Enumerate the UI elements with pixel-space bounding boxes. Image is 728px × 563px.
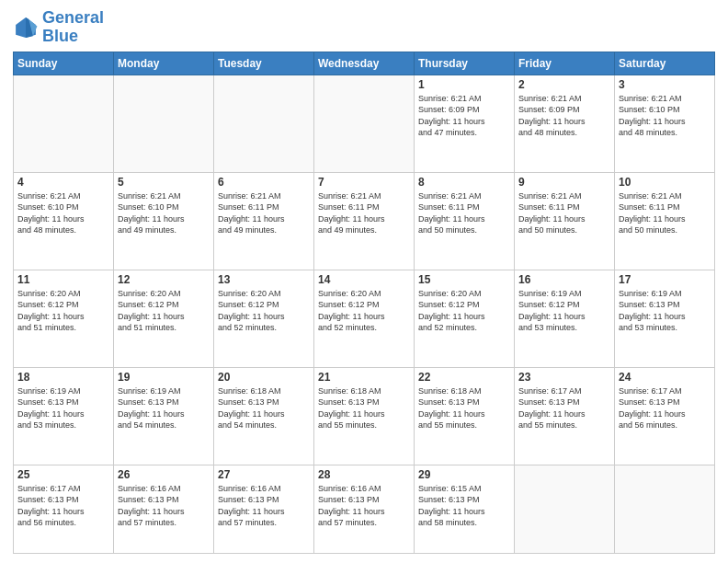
day-number: 18: [17, 371, 109, 384]
calendar-cell-0-2: [214, 75, 314, 172]
calendar-cell-3-2: 20Sunrise: 6:18 AM Sunset: 6:13 PM Dayli…: [214, 367, 314, 465]
day-info: Sunrise: 6:19 AM Sunset: 6:13 PM Dayligh…: [17, 385, 109, 431]
calendar-cell-1-3: 7Sunrise: 6:21 AM Sunset: 6:11 PM Daylig…: [314, 172, 415, 270]
day-info: Sunrise: 6:18 AM Sunset: 6:13 PM Dayligh…: [418, 385, 510, 431]
page: General Blue SundayMondayTuesdayWednesda…: [0, 0, 728, 563]
calendar-cell-0-3: [314, 75, 415, 172]
day-number: 16: [518, 273, 610, 286]
day-info: Sunrise: 6:21 AM Sunset: 6:09 PM Dayligh…: [418, 93, 510, 139]
calendar-cell-4-6: [615, 465, 715, 553]
calendar-cell-1-5: 9Sunrise: 6:21 AM Sunset: 6:11 PM Daylig…: [515, 172, 615, 270]
day-number: 29: [418, 468, 510, 481]
calendar-cell-1-1: 5Sunrise: 6:21 AM Sunset: 6:10 PM Daylig…: [114, 172, 214, 270]
calendar-cell-2-0: 11Sunrise: 6:20 AM Sunset: 6:12 PM Dayli…: [14, 270, 114, 367]
day-info: Sunrise: 6:19 AM Sunset: 6:12 PM Dayligh…: [518, 288, 610, 334]
calendar-cell-0-5: 2Sunrise: 6:21 AM Sunset: 6:09 PM Daylig…: [515, 75, 615, 172]
day-number: 19: [118, 371, 210, 384]
day-info: Sunrise: 6:15 AM Sunset: 6:13 PM Dayligh…: [418, 483, 510, 529]
week-row-0: 1Sunrise: 6:21 AM Sunset: 6:09 PM Daylig…: [14, 75, 715, 172]
calendar-cell-0-1: [114, 75, 214, 172]
day-number: 2: [518, 78, 610, 91]
day-number: 21: [318, 371, 410, 384]
day-number: 6: [218, 176, 310, 189]
day-info: Sunrise: 6:20 AM Sunset: 6:12 PM Dayligh…: [17, 288, 109, 334]
day-info: Sunrise: 6:16 AM Sunset: 6:13 PM Dayligh…: [218, 483, 310, 529]
week-row-1: 4Sunrise: 6:21 AM Sunset: 6:10 PM Daylig…: [14, 172, 715, 270]
calendar-cell-1-2: 6Sunrise: 6:21 AM Sunset: 6:11 PM Daylig…: [214, 172, 314, 270]
calendar-cell-0-6: 3Sunrise: 6:21 AM Sunset: 6:10 PM Daylig…: [615, 75, 715, 172]
day-info: Sunrise: 6:17 AM Sunset: 6:13 PM Dayligh…: [17, 483, 109, 529]
day-info: Sunrise: 6:16 AM Sunset: 6:13 PM Dayligh…: [118, 483, 210, 529]
weekday-header-sunday: Sunday: [14, 52, 114, 75]
day-info: Sunrise: 6:19 AM Sunset: 6:13 PM Dayligh…: [619, 288, 711, 334]
weekday-header-friday: Friday: [515, 52, 615, 75]
week-row-3: 18Sunrise: 6:19 AM Sunset: 6:13 PM Dayli…: [14, 367, 715, 465]
weekday-header-monday: Monday: [114, 52, 214, 75]
calendar-cell-4-4: 29Sunrise: 6:15 AM Sunset: 6:13 PM Dayli…: [415, 465, 515, 553]
day-number: 7: [318, 176, 410, 189]
day-number: 23: [518, 371, 610, 384]
day-number: 3: [619, 78, 711, 91]
calendar-cell-1-0: 4Sunrise: 6:21 AM Sunset: 6:10 PM Daylig…: [14, 172, 114, 270]
calendar-cell-3-4: 22Sunrise: 6:18 AM Sunset: 6:13 PM Dayli…: [415, 367, 515, 465]
calendar-cell-3-3: 21Sunrise: 6:18 AM Sunset: 6:13 PM Dayli…: [314, 367, 415, 465]
day-info: Sunrise: 6:20 AM Sunset: 6:12 PM Dayligh…: [218, 288, 310, 334]
weekday-header-tuesday: Tuesday: [214, 52, 314, 75]
day-number: 4: [17, 176, 109, 189]
day-number: 9: [518, 176, 610, 189]
calendar-cell-4-1: 26Sunrise: 6:16 AM Sunset: 6:13 PM Dayli…: [114, 465, 214, 553]
day-info: Sunrise: 6:20 AM Sunset: 6:12 PM Dayligh…: [418, 288, 510, 334]
day-info: Sunrise: 6:18 AM Sunset: 6:13 PM Dayligh…: [318, 385, 410, 431]
day-info: Sunrise: 6:17 AM Sunset: 6:13 PM Dayligh…: [619, 385, 711, 431]
calendar-cell-2-5: 16Sunrise: 6:19 AM Sunset: 6:12 PM Dayli…: [515, 270, 615, 367]
calendar-table: SundayMondayTuesdayWednesdayThursdayFrid…: [13, 52, 715, 554]
day-number: 10: [619, 176, 711, 189]
week-row-4: 25Sunrise: 6:17 AM Sunset: 6:13 PM Dayli…: [14, 465, 715, 553]
calendar-cell-0-0: [14, 75, 114, 172]
day-info: Sunrise: 6:21 AM Sunset: 6:09 PM Dayligh…: [518, 93, 610, 139]
weekday-header-thursday: Thursday: [415, 52, 515, 75]
calendar-cell-2-2: 13Sunrise: 6:20 AM Sunset: 6:12 PM Dayli…: [214, 270, 314, 367]
day-number: 25: [17, 468, 109, 481]
calendar-cell-4-5: [515, 465, 615, 553]
day-number: 15: [418, 273, 510, 286]
calendar-cell-3-5: 23Sunrise: 6:17 AM Sunset: 6:13 PM Dayli…: [515, 367, 615, 465]
day-info: Sunrise: 6:21 AM Sunset: 6:11 PM Dayligh…: [619, 190, 711, 236]
calendar-cell-2-6: 17Sunrise: 6:19 AM Sunset: 6:13 PM Dayli…: [615, 270, 715, 367]
day-info: Sunrise: 6:20 AM Sunset: 6:12 PM Dayligh…: [118, 288, 210, 334]
day-number: 22: [418, 371, 510, 384]
calendar-cell-2-3: 14Sunrise: 6:20 AM Sunset: 6:12 PM Dayli…: [314, 270, 415, 367]
logo-icon: [13, 15, 39, 40]
day-info: Sunrise: 6:21 AM Sunset: 6:10 PM Dayligh…: [17, 190, 109, 236]
calendar-cell-4-3: 28Sunrise: 6:16 AM Sunset: 6:13 PM Dayli…: [314, 465, 415, 553]
logo-text: General Blue: [42, 9, 104, 46]
day-info: Sunrise: 6:16 AM Sunset: 6:13 PM Dayligh…: [318, 483, 410, 529]
calendar-cell-4-2: 27Sunrise: 6:16 AM Sunset: 6:13 PM Dayli…: [214, 465, 314, 553]
day-info: Sunrise: 6:21 AM Sunset: 6:10 PM Dayligh…: [118, 190, 210, 236]
day-number: 11: [17, 273, 109, 286]
day-info: Sunrise: 6:19 AM Sunset: 6:13 PM Dayligh…: [118, 385, 210, 431]
day-number: 5: [118, 176, 210, 189]
day-number: 13: [218, 273, 310, 286]
calendar-cell-3-6: 24Sunrise: 6:17 AM Sunset: 6:13 PM Dayli…: [615, 367, 715, 465]
day-number: 20: [218, 371, 310, 384]
day-number: 17: [619, 273, 711, 286]
day-info: Sunrise: 6:21 AM Sunset: 6:11 PM Dayligh…: [218, 190, 310, 236]
calendar-cell-2-4: 15Sunrise: 6:20 AM Sunset: 6:12 PM Dayli…: [415, 270, 515, 367]
calendar-cell-1-4: 8Sunrise: 6:21 AM Sunset: 6:11 PM Daylig…: [415, 172, 515, 270]
day-info: Sunrise: 6:20 AM Sunset: 6:12 PM Dayligh…: [318, 288, 410, 334]
day-number: 24: [619, 371, 711, 384]
day-number: 26: [118, 468, 210, 481]
day-number: 14: [318, 273, 410, 286]
day-info: Sunrise: 6:21 AM Sunset: 6:11 PM Dayligh…: [518, 190, 610, 236]
day-info: Sunrise: 6:17 AM Sunset: 6:13 PM Dayligh…: [518, 385, 610, 431]
day-number: 27: [218, 468, 310, 481]
day-number: 12: [118, 273, 210, 286]
calendar-cell-3-0: 18Sunrise: 6:19 AM Sunset: 6:13 PM Dayli…: [14, 367, 114, 465]
weekday-header-saturday: Saturday: [615, 52, 715, 75]
day-info: Sunrise: 6:21 AM Sunset: 6:11 PM Dayligh…: [318, 190, 410, 236]
day-info: Sunrise: 6:18 AM Sunset: 6:13 PM Dayligh…: [218, 385, 310, 431]
calendar-cell-2-1: 12Sunrise: 6:20 AM Sunset: 6:12 PM Dayli…: [114, 270, 214, 367]
calendar-cell-1-6: 10Sunrise: 6:21 AM Sunset: 6:11 PM Dayli…: [615, 172, 715, 270]
calendar-cell-3-1: 19Sunrise: 6:19 AM Sunset: 6:13 PM Dayli…: [114, 367, 214, 465]
